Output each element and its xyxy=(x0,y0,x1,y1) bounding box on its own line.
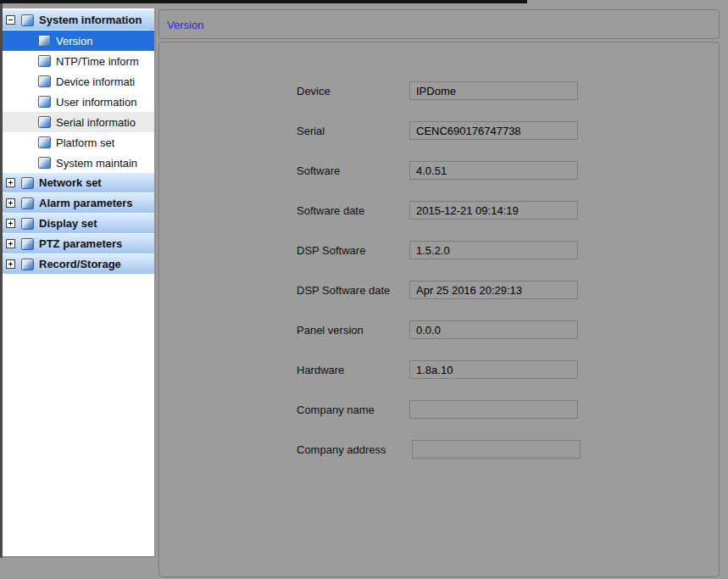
settings-nav-tree: System information Version NTP/Time info… xyxy=(3,8,156,558)
hardware-label: Hardware xyxy=(297,364,409,376)
dsp-software-date-field[interactable] xyxy=(409,281,578,299)
form-row-panel-version: Panel version xyxy=(297,320,719,339)
serial-field[interactable] xyxy=(409,121,578,140)
minus-box-icon[interactable] xyxy=(6,15,15,25)
sidebar-item-label: Device informati xyxy=(56,75,135,88)
plus-box-icon[interactable] xyxy=(6,259,15,269)
panel-version-field[interactable] xyxy=(409,320,578,339)
sidebar-item-label: Record/Storage xyxy=(39,258,121,270)
company-name-field[interactable] xyxy=(409,400,578,419)
form-row-hardware: Hardware xyxy=(297,360,719,379)
device-category-icon xyxy=(38,96,51,108)
device-category-icon xyxy=(38,116,51,128)
software-label: Software xyxy=(297,164,409,177)
top-border-strip xyxy=(0,0,527,3)
sidebar-item-label: Alarm parameters xyxy=(39,197,133,209)
dsp-software-date-label: DSP Software date xyxy=(297,284,409,297)
sidebar-item-label: Version xyxy=(56,35,92,47)
device-category-icon xyxy=(21,238,34,250)
hardware-field[interactable] xyxy=(409,360,578,379)
dsp-software-field[interactable] xyxy=(409,241,578,259)
device-label: Device xyxy=(297,85,409,97)
sidebar-item-label: Serial informatio xyxy=(56,116,136,129)
form-row-software-date: Software date xyxy=(297,201,719,220)
version-form: Device Serial Software Software date DSP… xyxy=(159,42,719,459)
sidebar-item-record-storage[interactable]: Record/Storage xyxy=(3,254,154,275)
device-category-icon xyxy=(38,35,51,47)
device-category-icon xyxy=(38,55,51,67)
sidebar-item-label: System maintain xyxy=(56,157,137,170)
device-category-icon xyxy=(38,157,51,169)
sidebar-item-label: Display set xyxy=(39,217,97,230)
sidebar-item-label: Network set xyxy=(39,176,102,189)
sidebar-item-serial-information[interactable]: Serial informatio xyxy=(3,112,154,132)
plus-box-icon[interactable] xyxy=(6,178,15,187)
form-row-company-name: Company name xyxy=(297,400,719,419)
plus-box-icon[interactable] xyxy=(6,198,15,208)
sidebar-item-platform-set[interactable]: Platform set xyxy=(3,132,154,153)
sidebar-item-ptz-parameters[interactable]: PTZ parameters xyxy=(3,234,154,254)
device-category-icon xyxy=(38,75,51,87)
plus-box-icon[interactable] xyxy=(6,239,15,248)
sidebar-item-device-information[interactable]: Device informati xyxy=(3,71,154,92)
version-panel: Device Serial Software Software date DSP… xyxy=(158,42,720,577)
device-category-icon xyxy=(21,198,34,209)
device-category-icon xyxy=(38,136,51,148)
sidebar-item-system-information[interactable]: System information xyxy=(3,10,154,31)
sidebar-item-network-set[interactable]: Network set xyxy=(3,173,154,193)
tab-label-version[interactable]: Version xyxy=(167,19,203,31)
sidebar-item-label: Platform set xyxy=(56,136,114,149)
form-row-dsp-software: DSP Software xyxy=(297,241,719,259)
sidebar-item-version[interactable]: Version xyxy=(3,31,154,51)
company-address-field[interactable] xyxy=(412,440,581,459)
dsp-software-label: DSP Software xyxy=(297,244,409,257)
form-row-device: Device xyxy=(297,81,719,100)
panel-version-label: Panel version xyxy=(297,324,409,337)
company-address-label: Company address xyxy=(297,443,409,456)
sidebar-item-label: User information xyxy=(56,96,136,109)
sidebar-item-ntp-time-information[interactable]: NTP/Time inform xyxy=(3,51,154,71)
software-date-label: Software date xyxy=(297,204,409,217)
serial-label: Serial xyxy=(297,125,409,137)
plus-box-icon[interactable] xyxy=(6,219,15,228)
version-tab-header: Version xyxy=(158,9,720,39)
device-category-icon xyxy=(21,218,34,230)
form-row-serial: Serial xyxy=(297,121,719,140)
device-category-icon xyxy=(21,259,34,270)
form-row-company-address: Company address xyxy=(297,440,719,459)
form-row-dsp-software-date: DSP Software date xyxy=(297,281,719,299)
device-category-icon xyxy=(21,14,34,26)
sidebar-item-label: NTP/Time inform xyxy=(56,55,139,68)
device-field[interactable] xyxy=(409,81,578,100)
sidebar-item-user-information[interactable]: User information xyxy=(3,92,154,112)
sidebar-item-label: System information xyxy=(39,14,142,26)
sidebar-item-alarm-parameters[interactable]: Alarm parameters xyxy=(3,193,154,214)
software-field[interactable] xyxy=(409,161,578,180)
software-date-field[interactable] xyxy=(409,201,578,220)
company-name-label: Company name xyxy=(297,404,409,416)
sidebar-item-display-set[interactable]: Display set xyxy=(3,214,154,234)
form-row-software: Software xyxy=(297,161,719,180)
sidebar-item-label: PTZ parameters xyxy=(39,237,122,250)
device-category-icon xyxy=(21,177,34,189)
sidebar-item-system-maintain[interactable]: System maintain xyxy=(3,153,154,173)
